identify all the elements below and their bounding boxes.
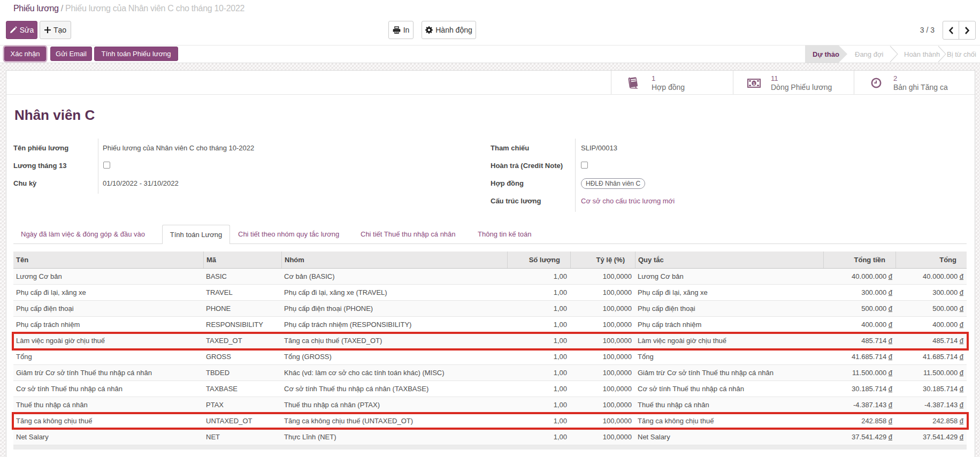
svg-text:1: 1 <box>753 81 755 86</box>
